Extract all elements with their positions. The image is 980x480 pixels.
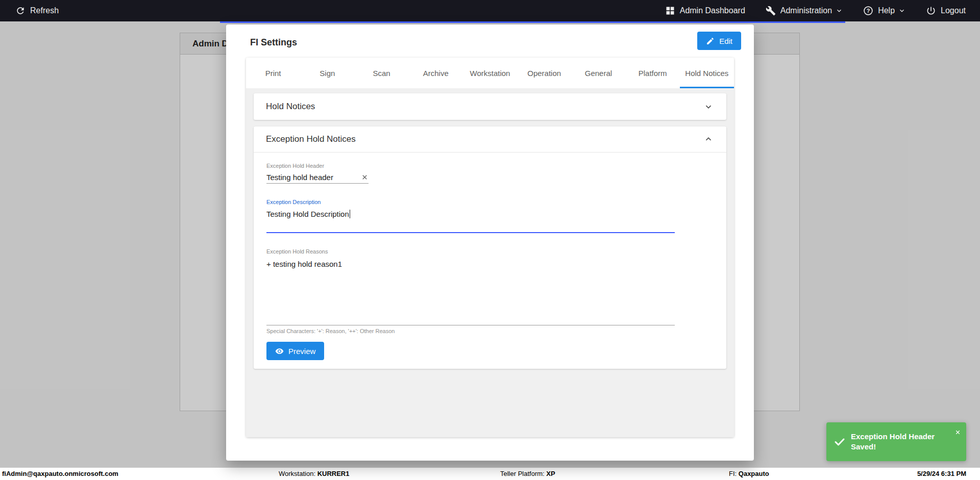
tab-general[interactable]: General xyxy=(571,58,625,88)
success-toast: Exception Hold Header Saved! xyxy=(826,422,966,461)
exception-hold-header-field xyxy=(266,171,369,184)
statusbar-datetime: 5/29/24 6:31 PM xyxy=(917,468,966,480)
exception-hold-header-label: Exception Hold Header xyxy=(266,163,324,169)
settings-tabs: Print Sign Scan Archive Workstation Oper… xyxy=(246,58,734,88)
exception-description-input[interactable]: Testing Hold Description xyxy=(266,208,675,233)
tab-hold-notices[interactable]: Hold Notices xyxy=(680,58,734,88)
preview-button[interactable]: Preview xyxy=(266,342,324,360)
statusbar-fi: FI: Qaxpauto xyxy=(729,468,769,480)
text-caret xyxy=(350,210,351,218)
exception-panel-title: Exception Hold Notices xyxy=(266,134,356,144)
tab-sign[interactable]: Sign xyxy=(300,58,354,88)
exception-description-value: Testing Hold Description xyxy=(266,210,349,218)
administration-label: Administration xyxy=(780,6,832,15)
exception-hold-reasons-label: Exception Hold Reasons xyxy=(266,248,328,255)
administration-menu[interactable]: Administration xyxy=(766,6,843,16)
hold-notices-panel[interactable]: Hold Notices xyxy=(254,93,726,120)
exception-hold-header-input[interactable] xyxy=(266,173,361,182)
modal-title: FI Settings xyxy=(250,37,297,48)
refresh-label: Refresh xyxy=(30,6,59,15)
edit-button-label: Edit xyxy=(719,37,732,45)
settings-card: Print Sign Scan Archive Workstation Oper… xyxy=(246,58,734,437)
tab-platform[interactable]: Platform xyxy=(626,58,680,88)
admin-dashboard-button[interactable]: Admin Dashboard xyxy=(665,6,745,16)
exception-hold-notices-panel: Exception Hold Notices Exception Hold He… xyxy=(254,127,726,369)
refresh-icon xyxy=(15,6,26,16)
tab-workstation[interactable]: Workstation xyxy=(463,58,517,88)
help-icon: ? xyxy=(863,6,873,16)
tab-print[interactable]: Print xyxy=(246,58,300,88)
chevron-down-icon xyxy=(898,7,905,14)
tab-archive[interactable]: Archive xyxy=(409,58,463,88)
statusbar-teller-platform: Teller Platform: XP xyxy=(500,468,555,480)
eye-icon xyxy=(275,347,284,356)
chevron-down-icon[interactable] xyxy=(703,101,714,112)
clear-icon[interactable] xyxy=(361,173,369,181)
dashboard-grid-icon xyxy=(665,6,675,16)
logout-button[interactable]: Logout xyxy=(926,6,966,16)
wrench-icon xyxy=(766,6,776,16)
statusbar-workstation: Workstation: KURRER1 xyxy=(279,468,349,480)
logout-label: Logout xyxy=(941,6,966,15)
toast-message: Exception Hold Header Saved! xyxy=(851,432,940,452)
help-menu[interactable]: ? Help xyxy=(863,6,905,16)
chevron-up-icon[interactable] xyxy=(703,134,714,145)
exception-panel-header[interactable]: Exception Hold Notices xyxy=(254,127,726,153)
check-icon xyxy=(834,436,846,448)
tab-content: Hold Notices Exception Hold Notices Exce… xyxy=(246,88,734,437)
chevron-down-icon xyxy=(836,7,843,14)
help-label: Help xyxy=(878,6,895,15)
statusbar: fiAdmin@qaxpauto.onmicrosoft.com Worksta… xyxy=(0,467,980,480)
tab-scan[interactable]: Scan xyxy=(354,58,408,88)
preview-button-label: Preview xyxy=(288,347,315,356)
topbar-active-indicator xyxy=(220,21,845,23)
refresh-button[interactable]: Refresh xyxy=(15,6,59,16)
tab-operation[interactable]: Operation xyxy=(517,58,571,88)
fi-settings-modal: FI Settings Edit Print Sign Scan Archive… xyxy=(226,24,754,461)
admin-dashboard-label: Admin Dashboard xyxy=(680,6,745,15)
power-icon xyxy=(926,6,936,16)
exception-hold-reasons-input[interactable]: + testing hold reason1 xyxy=(266,258,675,325)
svg-text:?: ? xyxy=(867,8,870,14)
special-characters-hint: Special Characters: '+': Reason, '++': O… xyxy=(266,328,395,334)
exception-description-label: Exception Description xyxy=(266,199,321,205)
hold-notices-panel-title: Hold Notices xyxy=(266,102,315,112)
edit-button[interactable]: Edit xyxy=(697,32,741,50)
statusbar-user: fiAdmin@qaxpauto.onmicrosoft.com xyxy=(2,468,118,480)
toast-close-icon[interactable] xyxy=(954,429,961,436)
topbar: Refresh Admin Dashboard Administration ?… xyxy=(0,0,980,21)
pencil-icon xyxy=(706,37,715,45)
